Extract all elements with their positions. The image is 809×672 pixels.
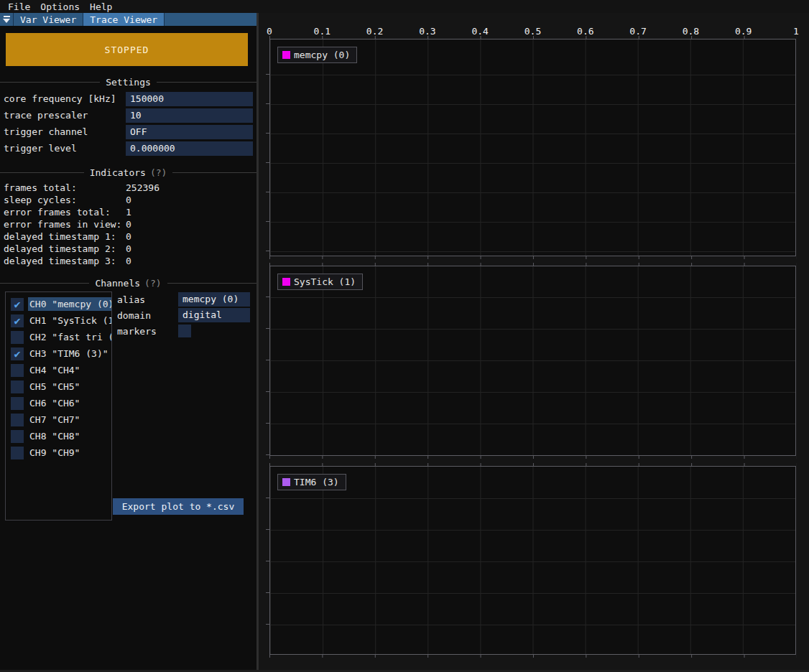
ch1-checkbox[interactable]: ✔ [11, 314, 24, 327]
plot-tim6[interactable]: TIM6 (3) [269, 466, 796, 655]
core-frequency-input[interactable] [126, 92, 253, 106]
field-trace-prescaler: trace prescaler [0, 107, 256, 123]
export-csv-button[interactable]: Export plot to *.csv [113, 498, 244, 515]
channel-row-ch3[interactable]: ✔ CH3 "TIM6 (3)" [6, 345, 111, 362]
trigger-channel-select[interactable] [126, 125, 253, 139]
tab-var-viewer[interactable]: Var Viewer [14, 13, 83, 26]
x-tick-label: 0.3 [419, 26, 435, 37]
x-tick-label: 0.6 [577, 26, 593, 37]
legend-label: memcpy (0) [294, 50, 350, 60]
trace-prescaler-input[interactable] [126, 108, 253, 123]
channel-row-ch0[interactable]: ✔ CH0 "memcpy (0)" [6, 296, 111, 312]
sidebar: Var Viewer Trace Viewer STOPPED Settings… [0, 13, 256, 672]
indicator-value: 0 [126, 231, 131, 242]
channel-list: ✔ CH0 "memcpy (0)" ✔ CH1 "SysTick (1) ✔ … [5, 291, 112, 521]
ch0-checkbox[interactable]: ✔ [11, 298, 24, 311]
indicators-title: Indicators [90, 167, 146, 178]
ch6-checkbox[interactable]: ✔ [11, 397, 24, 410]
x-tick-label: 0.1 [314, 26, 330, 37]
plot1-left-ticks [266, 74, 269, 256]
x-tick-label: 0.5 [524, 26, 541, 37]
domain-select[interactable] [178, 308, 250, 322]
menu-help[interactable]: Help [88, 1, 120, 13]
indicator-row: delayed timestamp 1:0 [0, 230, 256, 243]
ch5-checkbox[interactable]: ✔ [11, 381, 24, 393]
trace-prescaler-label: trace prescaler [4, 110, 126, 121]
acquisition-state-button[interactable]: STOPPED [6, 33, 248, 66]
indicators-header: Indicators(?) [0, 167, 256, 178]
tab-bar: Var Viewer Trace Viewer [0, 13, 256, 26]
markers-label: markers [117, 326, 178, 337]
x-axis-labels: 0 0.1 0.2 0.3 0.4 0.5 0.6 0.7 0.8 0.9 1 [269, 26, 796, 36]
plot2-bottom-ticks [269, 456, 797, 459]
trigger-level-label: trigger level [4, 143, 126, 154]
memcpy-color-swatch [282, 51, 290, 59]
indicator-row: error frames total:1 [0, 206, 256, 218]
indicator-value: 0 [126, 243, 131, 254]
x-tick-label: 0.4 [471, 26, 488, 37]
plot3-left-ticks [266, 498, 269, 655]
indicator-value: 0 [126, 256, 131, 266]
markers-checkbox[interactable]: ✔ [178, 325, 191, 337]
alias-row: alias [117, 292, 254, 307]
ch2-checkbox[interactable]: ✔ [11, 331, 24, 344]
channel-row-ch4[interactable]: ✔ CH4 "CH4" [6, 362, 111, 378]
domain-row: domain [117, 308, 254, 322]
channels-header: Channels(?) [0, 277, 256, 289]
legend-tim6[interactable]: TIM6 (3) [277, 474, 346, 490]
legend-systick[interactable]: SysTick (1) [277, 274, 363, 290]
indicators-help-icon[interactable]: (?) [150, 167, 167, 178]
x-tick-label: 0.8 [683, 26, 699, 37]
channel-row-ch1[interactable]: ✔ CH1 "SysTick (1) [6, 312, 111, 329]
plot-grid [270, 75, 795, 256]
plot-grid [270, 498, 795, 654]
menu-file[interactable]: File [6, 1, 38, 13]
settings-fields: core frequency [kHz] trace prescaler tri… [0, 90, 256, 157]
indicator-row: delayed timestamp 3:0 [0, 255, 256, 267]
channel-row-ch7[interactable]: ✔ CH7 "CH7" [6, 411, 111, 428]
x-tick-label: 1 [793, 26, 799, 37]
ch9-checkbox[interactable]: ✔ [11, 447, 24, 459]
channel-row-ch2[interactable]: ✔ CH2 "fast tri (2 [6, 329, 111, 345]
ch7-checkbox[interactable]: ✔ [11, 414, 24, 426]
x-tick-label: 0.2 [366, 26, 383, 37]
plot2-left-ticks [266, 297, 269, 456]
plot-systick[interactable]: SysTick (1) [269, 266, 796, 456]
channel-row-ch9[interactable]: ✔ CH9 "CH9" [6, 444, 111, 461]
markers-row: markers ✔ [117, 324, 254, 338]
indicator-row: sleep cycles:0 [0, 194, 256, 206]
x-tick-label: 0.7 [629, 26, 646, 37]
channel-row-ch6[interactable]: ✔ CH6 "CH6" [6, 395, 111, 411]
ch8-checkbox[interactable]: ✔ [11, 430, 24, 443]
indicator-value: 0 [126, 219, 131, 230]
x-tick-label: 0.9 [735, 26, 752, 37]
trigger-level-input[interactable] [126, 141, 253, 156]
menu-options[interactable]: Options [38, 1, 88, 13]
alias-label: alias [117, 294, 178, 305]
trigger-channel-label: trigger channel [4, 126, 126, 137]
legend-label: SysTick (1) [294, 276, 356, 287]
indicator-value: 0 [126, 195, 131, 205]
channel-row-ch8[interactable]: ✔ CH8 "CH8" [6, 428, 111, 444]
plot-grid [270, 297, 795, 455]
tab-trace-viewer[interactable]: Trace Viewer [83, 13, 165, 26]
plot1-bottom-ticks [269, 256, 797, 259]
menu-bar: File Options Help [0, 0, 809, 13]
ch4-checkbox[interactable]: ✔ [11, 364, 24, 377]
alias-input[interactable] [178, 292, 250, 307]
legend-memcpy[interactable]: memcpy (0) [277, 47, 357, 63]
core-frequency-label: core frequency [kHz] [4, 93, 126, 104]
channel-row-ch5[interactable]: ✔ CH5 "CH5" [6, 378, 111, 395]
indicator-row: error frames in view:0 [0, 218, 256, 230]
settings-header: Settings [0, 76, 256, 88]
field-trigger-level: trigger level [0, 140, 256, 157]
plot-memcpy[interactable]: memcpy (0) [269, 39, 796, 256]
field-core-frequency: core frequency [kHz] [0, 90, 256, 107]
collapse-arrow-icon[interactable] [0, 13, 14, 26]
tim6-color-swatch [282, 478, 290, 486]
channels-title: Channels [95, 278, 140, 289]
channels-help-icon[interactable]: (?) [144, 278, 161, 289]
ch3-checkbox[interactable]: ✔ [11, 347, 24, 360]
indicators-list: frames total:252396 sleep cycles:0 error… [0, 182, 256, 267]
trace-plot-panel: 0 0.1 0.2 0.3 0.4 0.5 0.6 0.7 0.8 0.9 1 … [259, 13, 809, 672]
